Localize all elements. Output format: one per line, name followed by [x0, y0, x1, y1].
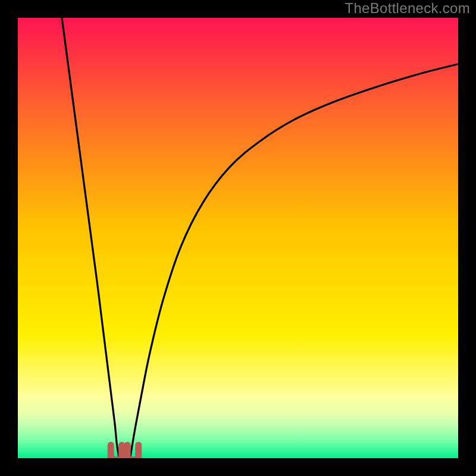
- black-frame: [0, 0, 476, 476]
- chart-stage: TheBottleneck.com: [0, 0, 476, 476]
- attribution-text: TheBottleneck.com: [345, 0, 470, 17]
